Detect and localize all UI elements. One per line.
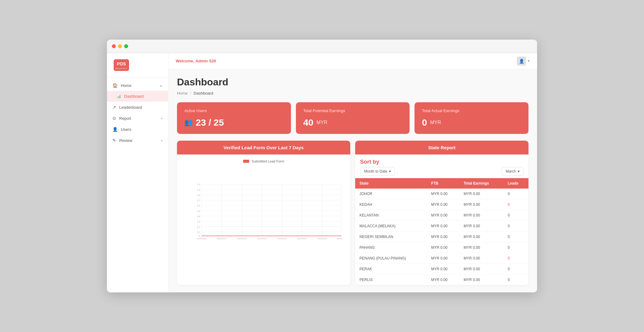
svg-text:0.7: 0.7 (197, 199, 200, 201)
table-row: PERAK MYR 0.00 MYR 0.00 0 (355, 264, 528, 275)
cell-state: NEGERI SEMBILAN (355, 232, 427, 242)
cell-earnings: MYR 0.00 (459, 253, 504, 264)
cell-earnings: MYR 0.00 (459, 275, 504, 285)
traffic-lights (112, 44, 128, 48)
cell-state: KEDAH (355, 199, 427, 210)
cell-state: PENANG (PULAU PINANG) (355, 253, 427, 264)
sidebar-item-leaderboard[interactable]: ↗ Leaderboard (107, 102, 168, 113)
report-icon: ⊙ (112, 116, 116, 121)
table-row: NEGERI SEMBILAN MYR 0.00 MYR 0.00 0 (355, 232, 528, 242)
main-content: Welcome, Admin S20 👤 ▾ Dashboard Home / … (168, 53, 537, 292)
potential-earnings-unit: MYR (316, 120, 328, 125)
stat-card-active-users: Active Users 👥 23 / 25 (177, 102, 291, 134)
svg-text:2024/03/23: 2024/03/23 (257, 237, 267, 240)
breadcrumb-current: Dashboard (194, 91, 213, 96)
cell-earnings: MYR 0.00 (459, 210, 504, 221)
sidebar-logo: POS MALAYSIA (107, 53, 168, 77)
month-dropdown-arrow: ▾ (518, 169, 520, 174)
state-table-body: JOHOR MYR 0.00 MYR 0.00 0 KEDAH MYR 0.00… (355, 189, 528, 285)
svg-text:MALAYSIA: MALAYSIA (116, 68, 127, 69)
cell-leads[interactable]: 0 (503, 199, 528, 210)
cell-earnings: MYR 0.00 (459, 232, 504, 242)
breadcrumb-separator: / (190, 91, 191, 96)
legend-dot (243, 160, 249, 163)
avatar[interactable]: 👤 (517, 57, 526, 66)
cell-earnings: MYR 0.00 (459, 242, 504, 253)
sidebar-item-dashboard[interactable]: 📊 Dashboard (107, 91, 168, 102)
svg-text:0.3: 0.3 (197, 221, 200, 223)
cell-leads: 0 (503, 189, 528, 199)
cell-state: KELANTAN (355, 210, 427, 221)
sidebar-item-review-label: Review (119, 138, 132, 143)
chart-svg: 1.0 0.9 0.8 0.7 0.6 0.5 0.4 0.3 0.2 0. (194, 169, 342, 252)
sort-section: Sort by (355, 154, 528, 167)
topbar: Welcome, Admin S20 👤 ▾ (168, 53, 537, 69)
cell-ftb: MYR 0.00 (427, 264, 459, 275)
state-report-panel: State Report Sort by Month to Date ▾ Mar… (355, 141, 528, 285)
actual-earnings-value: 0 MYR (422, 117, 521, 128)
sidebar-item-home[interactable]: 🏠 Home ▲ (107, 80, 168, 91)
cell-leads: 0 (503, 264, 528, 275)
cell-earnings: MYR 0.00 (459, 264, 504, 275)
svg-text:0.6: 0.6 (197, 205, 200, 207)
filter-dropdown[interactable]: Month to Date ▾ (360, 167, 395, 176)
cell-leads: 0 (503, 232, 528, 242)
cell-ftb: MYR 0.00 (427, 221, 459, 232)
page-title: Dashboard (177, 76, 528, 88)
col-leads: Leads (503, 178, 528, 189)
cell-ftb: MYR 0.00 (427, 275, 459, 285)
table-row: PENANG (PULAU PINANG) MYR 0.00 MYR 0.00 … (355, 253, 528, 264)
sort-controls-row: Month to Date ▾ March ▾ (355, 167, 528, 178)
users-icon: 👤 (112, 127, 118, 132)
review-icon: ✎ (112, 138, 116, 143)
col-earnings: Total Earnings (459, 178, 504, 189)
filter-selected: Month to Date (364, 169, 387, 174)
cell-ftb: MYR 0.00 (427, 253, 459, 264)
cell-leads: 0 (503, 242, 528, 253)
state-table: State FTB Total Earnings Leads JOHOR MYR… (355, 178, 528, 285)
home-icon: 🏠 (112, 83, 118, 88)
sidebar-item-users[interactable]: 👤 Users (107, 124, 168, 135)
actual-earnings-unit: MYR (430, 120, 441, 125)
avatar-dropdown-arrow[interactable]: ▾ (528, 59, 530, 63)
active-users-number: 23 / 25 (196, 117, 224, 128)
svg-text:0.5: 0.5 (197, 210, 200, 212)
maximize-button[interactable] (124, 44, 128, 48)
cell-leads: 0 (503, 221, 528, 232)
cell-earnings: MYR 0.00 (459, 199, 504, 210)
sidebar-item-dashboard-label: Dashboard (124, 94, 144, 99)
stat-cards-grid: Active Users 👥 23 / 25 Total Potential E… (177, 102, 528, 134)
cell-ftb: MYR 0.00 (427, 210, 459, 221)
close-button[interactable] (112, 44, 116, 48)
table-row: PAHANG MYR 0.00 MYR 0.00 0 (355, 242, 528, 253)
active-users-label: Active Users (184, 108, 284, 113)
admin-name: Admin S20 (195, 59, 216, 63)
cell-state: PERAK (355, 264, 427, 275)
potential-earnings-number: 40 (303, 117, 313, 128)
dashboard-icon: 📊 (117, 94, 121, 98)
svg-text:2024/03/24: 2024/03/24 (277, 237, 287, 240)
active-users-value: 👥 23 / 25 (184, 117, 284, 128)
table-row: KEDAH MYR 0.00 MYR 0.00 0 (355, 199, 528, 210)
svg-text:0: 0 (199, 235, 200, 237)
svg-text:2024/03/20: 2024/03/20 (197, 237, 207, 240)
leaderboard-icon: ↗ (112, 105, 116, 110)
table-row: MALACCA (MELAKA) MYR 0.00 MYR 0.00 0 (355, 221, 528, 232)
cell-ftb: MYR 0.00 (427, 232, 459, 242)
state-report-header: State Report (355, 141, 528, 154)
breadcrumb-home[interactable]: Home (177, 91, 188, 96)
pos-logo-icon: POS MALAYSIA (113, 59, 130, 72)
chart-panel-body: Submitted Lead Form 1.0 0.9 0.8 0.7 0.6 (177, 154, 350, 266)
month-dropdown[interactable]: March ▾ (502, 167, 524, 176)
stat-card-potential-earnings: Total Potential Earnings 40 MYR (296, 102, 410, 134)
svg-text:1.0: 1.0 (197, 183, 200, 186)
sidebar-item-leaderboard-label: Leaderboard (119, 105, 142, 110)
minimize-button[interactable] (118, 44, 122, 48)
table-header-row: State FTB Total Earnings Leads (355, 178, 528, 189)
sort-label: Sort by (360, 159, 379, 165)
sidebar-item-report[interactable]: ⊙ Report ▾ (107, 113, 168, 124)
sidebar-item-review[interactable]: ✎ Review ▾ (107, 135, 168, 146)
app-window: POS MALAYSIA 🏠 Home ▲ 📊 Dashboard (107, 40, 537, 292)
welcome-prefix: Welcome, (176, 59, 194, 63)
cell-leads[interactable]: 0 (503, 253, 528, 264)
